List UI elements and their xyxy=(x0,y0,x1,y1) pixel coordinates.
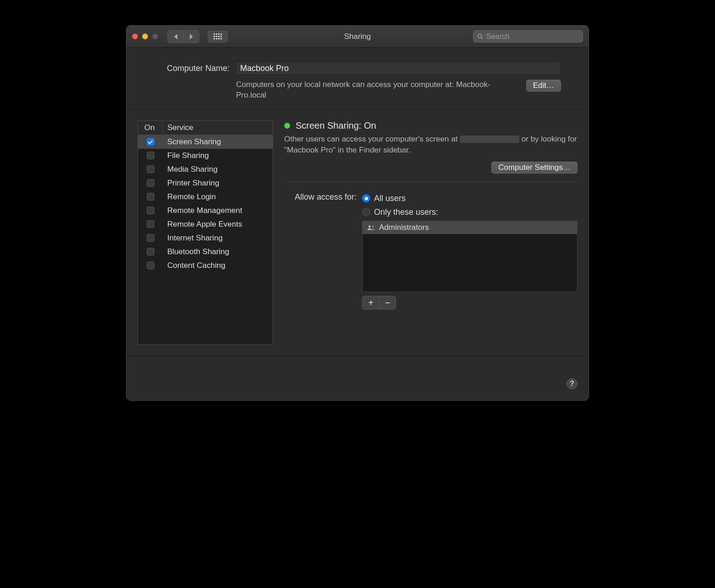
service-checkbox-cell xyxy=(138,193,163,201)
service-header-on: On xyxy=(138,121,163,135)
user-list[interactable]: Administrators xyxy=(362,221,578,292)
service-list: On Service Screen SharingFile SharingMed… xyxy=(138,120,273,345)
service-checkbox[interactable] xyxy=(147,261,154,269)
service-name: Remote Apple Events xyxy=(163,220,273,229)
status-title: Screen Sharing: On xyxy=(296,120,376,131)
radio-all-users[interactable]: All users xyxy=(362,191,578,205)
window-controls xyxy=(132,33,158,39)
service-row[interactable]: Content Caching xyxy=(138,259,273,272)
radio-icon xyxy=(362,208,370,216)
service-name: File Sharing xyxy=(163,151,273,160)
add-user-button[interactable]: + xyxy=(363,296,379,309)
grid-icon xyxy=(214,33,222,39)
radio-only-label: Only these users: xyxy=(374,207,438,217)
service-name: Content Caching xyxy=(163,261,273,270)
back-button[interactable] xyxy=(168,31,183,43)
service-checkbox-cell xyxy=(138,165,163,173)
redacted-address xyxy=(460,136,519,143)
service-checkbox-cell xyxy=(138,138,163,146)
service-name: Remote Management xyxy=(163,206,273,215)
service-name: Remote Login xyxy=(163,192,273,201)
search-icon xyxy=(477,33,484,40)
service-checkbox-cell xyxy=(138,261,163,269)
service-checkbox-cell xyxy=(138,152,163,159)
preferences-window: Sharing Computer Name: Computers on your… xyxy=(126,25,589,401)
service-checkbox[interactable] xyxy=(147,193,154,201)
user-add-remove: + − xyxy=(362,296,396,310)
radio-only-these-users[interactable]: Only these users: xyxy=(362,205,578,219)
computer-name-description: Computers on your local network can acce… xyxy=(236,80,520,101)
radio-icon xyxy=(362,194,370,202)
service-list-header: On Service xyxy=(138,121,273,135)
service-row[interactable]: Media Sharing xyxy=(138,163,273,176)
service-name: Screen Sharing xyxy=(163,137,273,147)
forward-button[interactable] xyxy=(183,31,199,43)
service-detail: Screen Sharing: On Other users can acces… xyxy=(284,120,578,345)
radio-all-users-label: All users xyxy=(374,194,406,203)
access-options: All users Only these users: xyxy=(362,191,578,310)
search-input[interactable] xyxy=(486,33,579,41)
service-header-service: Service xyxy=(163,121,273,135)
status-indicator-icon xyxy=(284,123,290,129)
service-row[interactable]: Internet Sharing xyxy=(138,231,273,245)
svg-point-1 xyxy=(372,226,374,228)
toolbar: Sharing xyxy=(126,26,588,48)
service-checkbox[interactable] xyxy=(147,179,154,187)
computer-name-section: Computer Name: Computers on your local n… xyxy=(126,48,588,109)
computer-settings-button[interactable]: Computer Settings… xyxy=(491,162,578,174)
allow-access-label: Allow access for: xyxy=(284,191,357,202)
zoom-window-button[interactable] xyxy=(152,33,158,39)
search-field-wrap[interactable] xyxy=(473,30,583,43)
main-content: On Service Screen SharingFile SharingMed… xyxy=(126,109,588,356)
service-row[interactable]: Remote Apple Events xyxy=(138,218,273,231)
service-checkbox[interactable] xyxy=(147,152,154,159)
close-window-button[interactable] xyxy=(132,33,138,39)
remove-user-button[interactable]: − xyxy=(379,296,396,309)
service-checkbox-cell xyxy=(138,207,163,214)
service-name: Printer Sharing xyxy=(163,179,273,188)
footer: ? xyxy=(126,356,588,400)
show-all-button[interactable] xyxy=(208,31,228,43)
service-checkbox[interactable] xyxy=(147,220,154,228)
service-checkbox[interactable] xyxy=(147,207,154,214)
status-desc-before: Other users can access your computer's s… xyxy=(284,135,460,143)
service-row[interactable]: Bluetooth Sharing xyxy=(138,245,273,259)
service-checkbox-cell xyxy=(138,179,163,187)
svg-point-0 xyxy=(368,226,371,228)
service-name: Media Sharing xyxy=(163,165,273,174)
service-checkbox-cell xyxy=(138,234,163,242)
computer-name-input[interactable] xyxy=(236,61,561,75)
service-checkbox-cell xyxy=(138,248,163,256)
service-row[interactable]: Printer Sharing xyxy=(138,176,273,190)
nav-group xyxy=(167,30,199,43)
service-row[interactable]: File Sharing xyxy=(138,149,273,163)
service-checkbox[interactable] xyxy=(147,248,154,256)
user-row[interactable]: Administrators xyxy=(363,221,577,234)
service-name: Bluetooth Sharing xyxy=(163,247,273,256)
service-checkbox[interactable] xyxy=(147,234,154,242)
minimize-window-button[interactable] xyxy=(142,33,148,39)
service-row[interactable]: Remote Management xyxy=(138,204,273,218)
service-name: Internet Sharing xyxy=(163,234,273,243)
service-checkbox-cell xyxy=(138,220,163,228)
status-description: Other users can access your computer's s… xyxy=(284,134,578,156)
computer-name-label: Computer Name: xyxy=(154,64,230,73)
service-checkbox[interactable] xyxy=(147,138,154,146)
edit-hostname-button[interactable]: Edit… xyxy=(526,80,561,92)
help-button[interactable]: ? xyxy=(566,378,578,389)
service-row[interactable]: Screen Sharing xyxy=(138,135,273,149)
user-name: Administrators xyxy=(379,223,429,232)
service-rows: Screen SharingFile SharingMedia SharingP… xyxy=(138,135,273,344)
service-checkbox[interactable] xyxy=(147,165,154,173)
users-icon xyxy=(367,224,375,231)
service-row[interactable]: Remote Login xyxy=(138,190,273,204)
